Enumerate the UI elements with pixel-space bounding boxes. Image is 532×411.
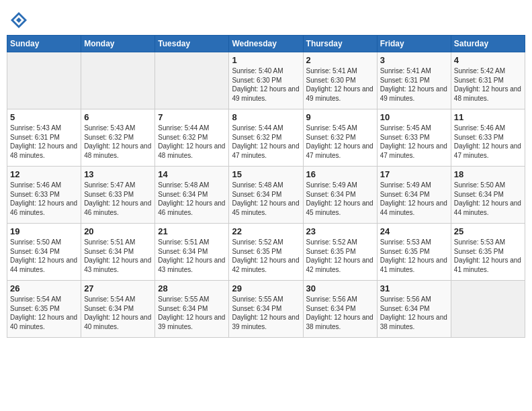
day-number: 1 xyxy=(232,55,300,65)
day-cell: 29Sunrise: 5:55 AM Sunset: 6:34 PM Dayli… xyxy=(229,281,303,338)
day-info: Sunrise: 5:49 AM Sunset: 6:34 PM Dayligh… xyxy=(380,181,448,217)
day-cell: 27Sunrise: 5:54 AM Sunset: 6:34 PM Dayli… xyxy=(81,281,155,338)
day-info: Sunrise: 5:40 AM Sunset: 6:30 PM Dayligh… xyxy=(232,66,300,103)
day-cell: 17Sunrise: 5:49 AM Sunset: 6:34 PM Dayli… xyxy=(377,167,451,224)
week-row-4: 19Sunrise: 5:50 AM Sunset: 6:34 PM Dayli… xyxy=(7,224,525,281)
day-info: Sunrise: 5:51 AM Sunset: 6:34 PM Dayligh… xyxy=(84,238,152,274)
day-number: 19 xyxy=(10,226,78,236)
day-cell: 18Sunrise: 5:50 AM Sunset: 6:34 PM Dayli… xyxy=(451,167,525,224)
day-info: Sunrise: 5:44 AM Sunset: 6:32 PM Dayligh… xyxy=(158,124,226,160)
day-number: 21 xyxy=(158,226,226,236)
week-row-2: 5Sunrise: 5:43 AM Sunset: 6:31 PM Daylig… xyxy=(7,109,525,167)
day-number: 16 xyxy=(306,169,374,179)
day-cell: 22Sunrise: 5:52 AM Sunset: 6:35 PM Dayli… xyxy=(229,224,303,281)
day-cell: 9Sunrise: 5:45 AM Sunset: 6:32 PM Daylig… xyxy=(303,109,377,167)
day-info: Sunrise: 5:43 AM Sunset: 6:31 PM Dayligh… xyxy=(10,124,78,160)
day-cell: 26Sunrise: 5:54 AM Sunset: 6:35 PM Dayli… xyxy=(7,281,81,338)
day-info: Sunrise: 5:46 AM Sunset: 6:33 PM Dayligh… xyxy=(454,124,522,160)
week-row-5: 26Sunrise: 5:54 AM Sunset: 6:35 PM Dayli… xyxy=(7,281,525,338)
day-cell: 30Sunrise: 5:56 AM Sunset: 6:34 PM Dayli… xyxy=(303,281,377,338)
day-info: Sunrise: 5:54 AM Sunset: 6:35 PM Dayligh… xyxy=(10,295,78,331)
day-cell: 19Sunrise: 5:50 AM Sunset: 6:34 PM Dayli… xyxy=(7,224,81,281)
day-info: Sunrise: 5:41 AM Sunset: 6:31 PM Dayligh… xyxy=(380,66,448,103)
day-number: 25 xyxy=(454,226,522,236)
day-info: Sunrise: 5:56 AM Sunset: 6:34 PM Dayligh… xyxy=(380,295,448,331)
day-cell: 6Sunrise: 5:43 AM Sunset: 6:32 PM Daylig… xyxy=(81,109,155,167)
day-info: Sunrise: 5:53 AM Sunset: 6:35 PM Dayligh… xyxy=(454,238,522,274)
day-info: Sunrise: 5:54 AM Sunset: 6:34 PM Dayligh… xyxy=(84,295,152,331)
day-cell xyxy=(81,52,155,109)
day-number: 28 xyxy=(158,283,226,293)
day-info: Sunrise: 5:46 AM Sunset: 6:33 PM Dayligh… xyxy=(10,181,78,217)
day-cell: 1Sunrise: 5:40 AM Sunset: 6:30 PM Daylig… xyxy=(229,52,303,109)
day-info: Sunrise: 5:42 AM Sunset: 6:31 PM Dayligh… xyxy=(454,66,522,103)
day-info: Sunrise: 5:45 AM Sunset: 6:32 PM Dayligh… xyxy=(306,124,374,160)
day-cell: 15Sunrise: 5:48 AM Sunset: 6:34 PM Dayli… xyxy=(229,167,303,224)
day-cell: 4Sunrise: 5:42 AM Sunset: 6:31 PM Daylig… xyxy=(451,52,525,109)
day-cell: 20Sunrise: 5:51 AM Sunset: 6:34 PM Dayli… xyxy=(81,224,155,281)
day-cell: 14Sunrise: 5:48 AM Sunset: 6:34 PM Dayli… xyxy=(155,167,229,224)
day-info: Sunrise: 5:47 AM Sunset: 6:33 PM Dayligh… xyxy=(84,181,152,217)
day-cell: 25Sunrise: 5:53 AM Sunset: 6:35 PM Dayli… xyxy=(451,224,525,281)
day-info: Sunrise: 5:45 AM Sunset: 6:33 PM Dayligh… xyxy=(380,124,448,160)
day-number: 12 xyxy=(10,169,78,179)
day-cell: 31Sunrise: 5:56 AM Sunset: 6:34 PM Dayli… xyxy=(377,281,451,338)
week-row-3: 12Sunrise: 5:46 AM Sunset: 6:33 PM Dayli… xyxy=(7,167,525,224)
day-number: 20 xyxy=(84,226,152,236)
day-number: 24 xyxy=(380,226,448,236)
day-number: 31 xyxy=(380,283,448,293)
day-number: 4 xyxy=(454,55,522,65)
day-info: Sunrise: 5:51 AM Sunset: 6:34 PM Dayligh… xyxy=(158,238,226,274)
column-header-wednesday: Wednesday xyxy=(229,36,303,52)
day-cell: 16Sunrise: 5:49 AM Sunset: 6:34 PM Dayli… xyxy=(303,167,377,224)
day-number: 23 xyxy=(306,226,374,236)
day-cell: 8Sunrise: 5:44 AM Sunset: 6:32 PM Daylig… xyxy=(229,109,303,167)
week-row-1: 1Sunrise: 5:40 AM Sunset: 6:30 PM Daylig… xyxy=(7,52,525,109)
day-cell: 12Sunrise: 5:46 AM Sunset: 6:33 PM Dayli… xyxy=(7,167,81,224)
day-cell: 21Sunrise: 5:51 AM Sunset: 6:34 PM Dayli… xyxy=(155,224,229,281)
day-number: 9 xyxy=(306,112,374,122)
day-number: 6 xyxy=(84,112,152,122)
day-info: Sunrise: 5:55 AM Sunset: 6:34 PM Dayligh… xyxy=(158,295,226,331)
day-info: Sunrise: 5:49 AM Sunset: 6:34 PM Dayligh… xyxy=(306,181,374,217)
day-number: 22 xyxy=(232,226,300,236)
day-info: Sunrise: 5:56 AM Sunset: 6:34 PM Dayligh… xyxy=(306,295,374,331)
day-number: 27 xyxy=(84,283,152,293)
column-header-sunday: Sunday xyxy=(7,36,81,52)
day-info: Sunrise: 5:55 AM Sunset: 6:34 PM Dayligh… xyxy=(232,295,300,331)
day-number: 17 xyxy=(380,169,448,179)
day-cell xyxy=(155,52,229,109)
day-info: Sunrise: 5:44 AM Sunset: 6:32 PM Dayligh… xyxy=(232,124,300,160)
day-number: 18 xyxy=(454,169,522,179)
day-number: 5 xyxy=(10,112,78,122)
day-cell: 13Sunrise: 5:47 AM Sunset: 6:33 PM Dayli… xyxy=(81,167,155,224)
day-cell: 23Sunrise: 5:52 AM Sunset: 6:35 PM Dayli… xyxy=(303,224,377,281)
day-cell: 3Sunrise: 5:41 AM Sunset: 6:31 PM Daylig… xyxy=(377,52,451,109)
day-cell: 2Sunrise: 5:41 AM Sunset: 6:30 PM Daylig… xyxy=(303,52,377,109)
day-cell xyxy=(7,52,81,109)
day-cell: 28Sunrise: 5:55 AM Sunset: 6:34 PM Dayli… xyxy=(155,281,229,338)
day-info: Sunrise: 5:48 AM Sunset: 6:34 PM Dayligh… xyxy=(232,181,300,217)
column-header-tuesday: Tuesday xyxy=(155,36,229,52)
day-number: 2 xyxy=(306,55,374,65)
day-info: Sunrise: 5:41 AM Sunset: 6:30 PM Dayligh… xyxy=(306,66,374,103)
day-number: 7 xyxy=(158,112,226,122)
header-row: SundayMondayTuesdayWednesdayThursdayFrid… xyxy=(7,36,525,52)
day-number: 14 xyxy=(158,169,226,179)
day-cell: 24Sunrise: 5:53 AM Sunset: 6:35 PM Dayli… xyxy=(377,224,451,281)
day-info: Sunrise: 5:53 AM Sunset: 6:35 PM Dayligh… xyxy=(380,238,448,274)
day-number: 13 xyxy=(84,169,152,179)
column-header-saturday: Saturday xyxy=(451,36,525,52)
day-info: Sunrise: 5:50 AM Sunset: 6:34 PM Dayligh… xyxy=(454,181,522,217)
column-header-thursday: Thursday xyxy=(303,36,377,52)
day-cell: 11Sunrise: 5:46 AM Sunset: 6:33 PM Dayli… xyxy=(451,109,525,167)
column-header-monday: Monday xyxy=(81,36,155,52)
day-info: Sunrise: 5:48 AM Sunset: 6:34 PM Dayligh… xyxy=(158,181,226,217)
day-number: 26 xyxy=(10,283,78,293)
logo xyxy=(9,11,30,30)
day-cell: 7Sunrise: 5:44 AM Sunset: 6:32 PM Daylig… xyxy=(155,109,229,167)
column-header-friday: Friday xyxy=(377,36,451,52)
day-number: 11 xyxy=(454,112,522,122)
day-info: Sunrise: 5:52 AM Sunset: 6:35 PM Dayligh… xyxy=(306,238,374,274)
day-cell: 10Sunrise: 5:45 AM Sunset: 6:33 PM Dayli… xyxy=(377,109,451,167)
